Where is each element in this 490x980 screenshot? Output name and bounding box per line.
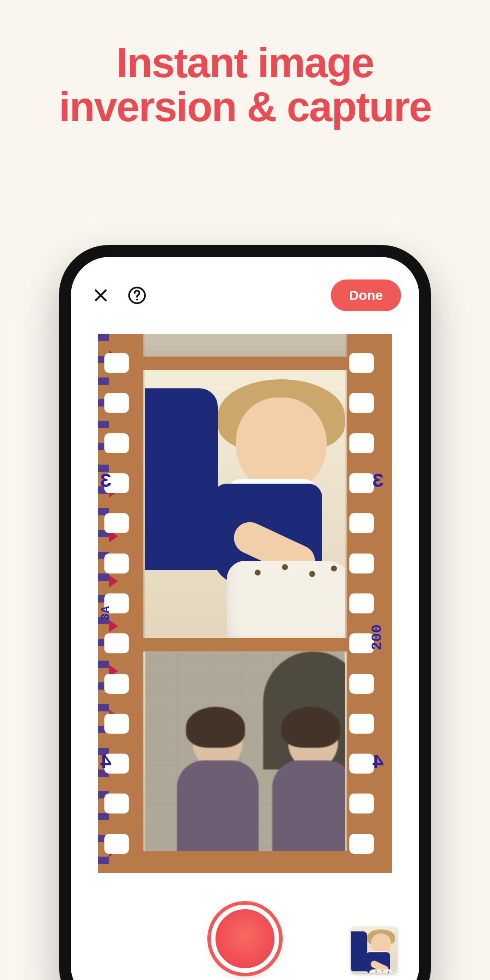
film-sprockets-right xyxy=(349,334,386,873)
close-icon xyxy=(92,287,109,304)
film-iso-marking: 200 xyxy=(369,624,386,651)
film-frame-marking: 3A xyxy=(99,606,113,620)
film-frame-number: 4 xyxy=(100,751,112,774)
help-icon xyxy=(127,285,147,305)
phone-frame: Done xyxy=(59,245,431,980)
svg-point-3 xyxy=(136,299,138,300)
headline-line-1: Instant image xyxy=(0,41,490,85)
film-frame-main xyxy=(143,370,347,638)
film-frame-next xyxy=(143,652,347,851)
help-button[interactable] xyxy=(125,284,149,307)
marketing-headline: Instant image inversion & capture xyxy=(0,41,490,128)
film-sprockets-left xyxy=(104,334,141,873)
film-frame-number: 3 xyxy=(372,470,384,493)
photo-child-with-cake xyxy=(145,370,345,638)
done-button[interactable]: Done xyxy=(331,279,401,311)
camera-viewfinder[interactable]: 3 3 4 4 200 3A xyxy=(98,334,392,873)
film-frame-partial-top xyxy=(143,334,347,357)
app-topbar: Done xyxy=(71,257,419,334)
film-frame-number: 3 xyxy=(100,470,112,493)
last-capture-thumbnail[interactable] xyxy=(351,927,397,973)
capture-bar xyxy=(71,873,419,980)
headline-line-2: inversion & capture xyxy=(0,85,490,129)
film-frame-number: 4 xyxy=(372,751,384,774)
phone-screen: Done xyxy=(71,257,419,980)
close-button[interactable] xyxy=(89,284,113,307)
photo-stone-wall-portrait xyxy=(145,652,345,851)
shutter-button[interactable] xyxy=(211,905,279,973)
